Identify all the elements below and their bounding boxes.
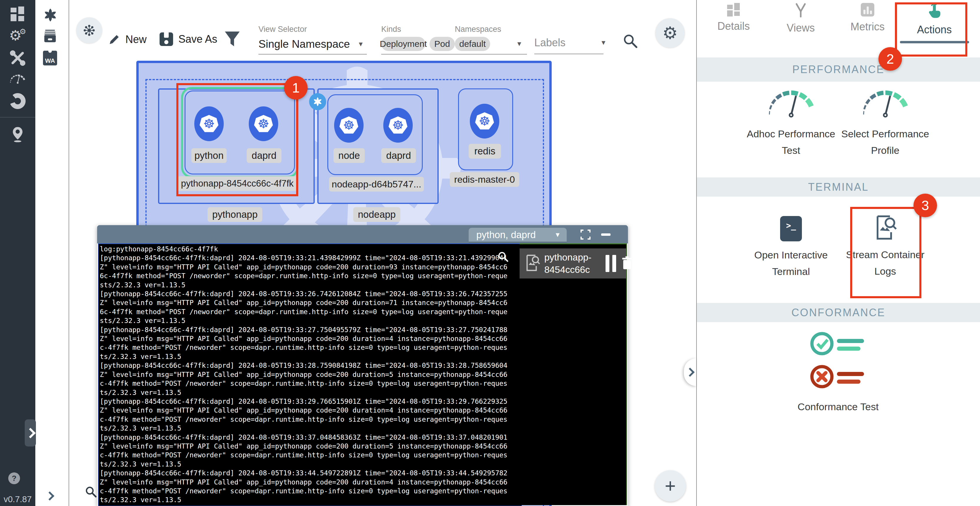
- plus-icon: +: [665, 475, 676, 497]
- tab-views[interactable]: Views: [771, 3, 830, 34]
- performance-gauge-icon[interactable]: [0, 73, 35, 85]
- location-pin-icon[interactable]: [0, 125, 35, 144]
- save-as-button[interactable]: Save As: [159, 32, 217, 46]
- details-grid-icon: [727, 3, 740, 16]
- settings-gears-icon[interactable]: ⚙⚙: [0, 27, 35, 44]
- webassembly-icon[interactable]: WA: [43, 51, 57, 65]
- annotation-box-3: [850, 207, 921, 298]
- annotation-step-1: 1: [284, 76, 308, 100]
- search-icon[interactable]: [622, 33, 639, 51]
- terminal-log[interactable]: log:pythonapp-8454cc66c-4f7fk[pythonapp-…: [98, 243, 522, 506]
- container-daprd-node[interactable]: ☸: [383, 108, 413, 143]
- log-line: 6c-4f7fk method="POST /neworder" scope=d…: [100, 271, 520, 280]
- container-selector-dropdown[interactable]: python, daprd ▼: [469, 228, 567, 243]
- log-line: Z" level=info msg="HTTP API Called" app_…: [100, 334, 520, 343]
- namespace-chip[interactable]: default: [455, 37, 490, 51]
- stream-tab-pythonapp[interactable]: pythonapp- 8454cc66c: [520, 249, 626, 278]
- log-line: [pythonapp-8454cc66c-4f7fk:daprd] 2024-0…: [100, 326, 520, 334]
- zoom-icon[interactable]: [84, 485, 98, 500]
- annotation-step-2: 2: [878, 47, 902, 71]
- annotation-box-1: [177, 83, 298, 196]
- settings-button[interactable]: ⚙: [655, 18, 685, 48]
- deployment-label: nodeapp: [353, 207, 400, 222]
- tab-details[interactable]: Details: [704, 3, 763, 32]
- namespaces-field[interactable]: Namespaces default ▼: [455, 25, 527, 54]
- network-graph-icon: [82, 23, 96, 37]
- log-line: Z" level=info msg="HTTP API Called" app_…: [100, 263, 520, 271]
- stream-tab-label: pythonapp-: [544, 251, 592, 263]
- view-selector-value: Single Namespace: [258, 38, 350, 50]
- namespaces-label: Namespaces: [455, 25, 527, 34]
- stream-logs-icon: [524, 254, 540, 273]
- stream-tab-label: 8454cc66c: [544, 263, 592, 276]
- view-selector-field[interactable]: View Selector Single Namespace ▼: [258, 25, 367, 54]
- log-search-icon[interactable]: [497, 251, 510, 265]
- minimize-icon[interactable]: [601, 233, 611, 236]
- section-conformance: CONFORMANCE: [697, 303, 980, 322]
- kubernetes-wheel-icon: ☸: [392, 119, 404, 132]
- floppy-disk-icon: [159, 32, 173, 46]
- log-line: ts/2.32.3 ver=1.13.5: [100, 460, 520, 469]
- dashboard-icon[interactable]: [0, 6, 35, 21]
- help-icon[interactable]: ?: [8, 472, 20, 484]
- labels-field[interactable]: Labels ▼: [534, 37, 607, 54]
- open-interactive-terminal-card[interactable]: >_ Open Interactive Terminal: [745, 216, 837, 280]
- filter-icon[interactable]: [224, 31, 240, 50]
- app-version: v0.7.87: [0, 495, 35, 504]
- new-button[interactable]: New: [108, 33, 146, 46]
- sidebar-expand-button[interactable]: [25, 419, 36, 447]
- pie-chart-icon[interactable]: [0, 93, 35, 109]
- container-label: daprd: [381, 148, 416, 163]
- app-rail: WA: [35, 0, 69, 506]
- labels-placeholder: Labels: [534, 37, 565, 49]
- log-line: log:pythonapp-8454cc66c-4f7fk: [100, 244, 520, 254]
- terminal-window: python, daprd ▼ log:pythonapp-8454cc66c-…: [97, 225, 628, 506]
- fullscreen-icon[interactable]: [580, 229, 591, 241]
- terminal-icon: >_: [780, 216, 802, 241]
- chevron-down-icon: ▼: [600, 39, 607, 46]
- kind-chip[interactable]: Deployment: [381, 37, 425, 51]
- right-panel: Details Views Metrics Actio: [696, 0, 980, 506]
- container-selector-value: python, daprd: [476, 229, 536, 241]
- add-button[interactable]: +: [655, 470, 686, 501]
- tools-icon[interactable]: [0, 50, 35, 66]
- section-performance: PERFORMANCE: [697, 57, 980, 81]
- conformance-test-card[interactable]: Conformance Test: [792, 329, 884, 415]
- log-line: [pythonapp-8454cc66c-4f7fk:daprd] 2024-0…: [100, 254, 520, 262]
- log-line: Z" level=info msg="HTTP API Called" app_…: [100, 406, 520, 415]
- dapr-pinwheel-icon[interactable]: [42, 7, 58, 24]
- log-line: ts/2.32.3 ver=1.13.5: [100, 424, 520, 433]
- rail-expand-chevron[interactable]: [46, 493, 53, 500]
- log-line: ts/2.32.3 ver=1.13.5: [100, 388, 520, 397]
- container-redis[interactable]: ☸: [470, 104, 499, 139]
- conformance-checklist-icon: [809, 329, 867, 393]
- chevron-down-icon: ▼: [358, 40, 364, 48]
- log-line: c-4f7fk method="POST /neworder" scope=da…: [100, 487, 520, 495]
- log-line: [pythonapp-8454cc66c-4f7fk:daprd] 2024-0…: [100, 469, 520, 477]
- pause-icon[interactable]: [606, 255, 616, 272]
- container-label: node: [334, 148, 365, 163]
- container-label: redis: [469, 144, 501, 158]
- container-node[interactable]: ☸: [334, 108, 364, 143]
- archive-icon[interactable]: [42, 28, 58, 45]
- terminal-header[interactable]: python, daprd ▼: [97, 225, 628, 243]
- pod-label: redis-master-0: [450, 172, 519, 187]
- log-line: [pythonapp-8454cc66c-4f7fk:daprd] 2024-0…: [100, 397, 520, 406]
- dapr-badge-icon: [309, 93, 326, 110]
- deployment-label: pythonapp: [208, 207, 262, 222]
- trash-icon[interactable]: [620, 254, 634, 273]
- log-line: [pythonapp-8454cc66c-4f7fk:daprd] 2024-0…: [100, 361, 520, 370]
- pencil-icon: [108, 33, 121, 46]
- graph-view-button[interactable]: [76, 18, 102, 43]
- adhoc-performance-test-card[interactable]: Adhoc Performance Test: [743, 85, 840, 158]
- log-line: [pythonapp-8454cc66c-4f7fk:daprd] 2024-0…: [100, 433, 520, 442]
- log-line: ts/2.32.3 ver=1.13.5: [100, 352, 520, 361]
- panel-collapse-button[interactable]: [684, 358, 696, 386]
- section-terminal: TERMINAL: [697, 177, 980, 196]
- gauge-icon: [860, 85, 911, 120]
- tab-metrics[interactable]: Metrics: [838, 3, 897, 33]
- select-performance-profile-card[interactable]: Select Performance Profile: [837, 85, 934, 158]
- views-branch-icon: [794, 3, 808, 18]
- chevron-down-icon: ▼: [554, 231, 561, 239]
- kind-chip[interactable]: Pod: [430, 37, 455, 51]
